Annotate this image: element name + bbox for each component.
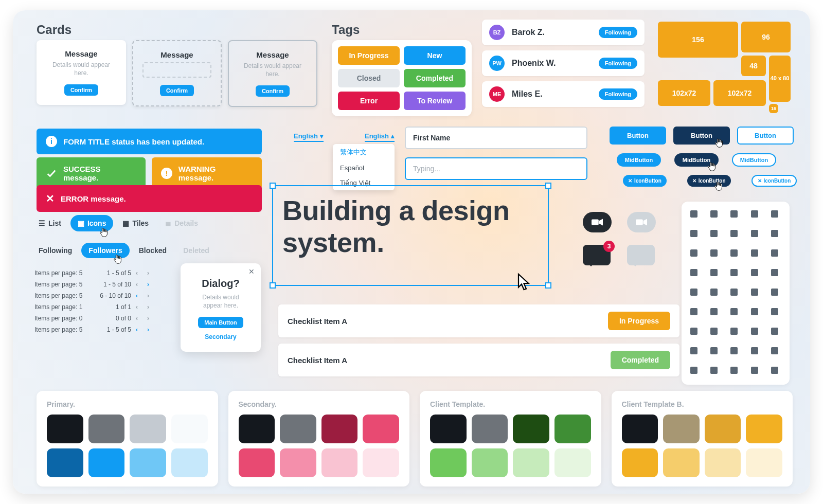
gift-icon[interactable] [709,287,719,297]
copy-icon[interactable] [689,326,699,336]
search-icon[interactable] [729,209,739,219]
midbutton-outline[interactable]: MidButton [732,153,776,167]
pager-next[interactable]: › [142,281,154,288]
target-icon[interactable] [709,267,719,278]
color-swatch[interactable] [88,415,125,443]
following-button[interactable]: Following [599,88,637,100]
iconbutton-navy[interactable]: ✕IconButton [687,175,731,187]
color-swatch[interactable] [554,415,591,443]
resize-handle-ne[interactable] [545,183,551,189]
box-icon[interactable] [689,287,699,297]
following-button[interactable]: Following [599,27,637,38]
walk-icon[interactable] [749,346,760,356]
pager-prev[interactable]: ‹ [131,281,142,288]
color-swatch[interactable] [430,448,467,477]
headline-text[interactable]: Building a design system. [282,194,550,258]
color-swatch[interactable] [321,448,358,477]
lines-icon[interactable] [729,228,739,239]
pager-prev[interactable]: ‹ [131,269,142,277]
pager-next[interactable]: › [142,292,154,299]
expand-icon[interactable] [689,346,699,356]
tag-completed[interactable]: Completed [404,69,466,87]
clipboard-icon[interactable] [689,248,699,258]
pager-next[interactable]: › [142,315,154,322]
button-outline[interactable]: Button [737,127,794,145]
justice-icon[interactable] [770,267,780,278]
language-option[interactable]: Español [333,160,395,175]
color-swatch[interactable] [171,415,208,443]
grid3-icon[interactable] [729,326,739,336]
color-swatch[interactable] [513,448,549,477]
apps-icon[interactable] [749,287,760,297]
shirt-icon[interactable] [770,228,780,239]
iconbutton-primary[interactable]: ✕IconButton [623,175,667,187]
seg-list[interactable]: ☰List [31,215,68,231]
midbutton-navy[interactable]: MidButton [674,153,719,167]
id-icon[interactable] [749,326,760,336]
filter-icon[interactable] [770,365,780,375]
color-swatch[interactable] [280,415,316,443]
people-icon[interactable] [729,267,739,278]
iconbutton-outline[interactable]: ✕IconButton [752,175,797,187]
language-option[interactable]: 繁体中文 [333,144,395,160]
color-swatch[interactable] [47,448,83,477]
color-swatch[interactable] [622,448,658,477]
color-swatch[interactable] [239,448,275,477]
chat-icon-light[interactable] [627,245,655,265]
button-primary[interactable]: Button [610,127,666,145]
color-swatch[interactable] [321,415,358,443]
flow-icon[interactable] [770,326,780,336]
wallet-icon[interactable] [729,287,739,297]
color-swatch[interactable] [746,415,782,443]
share-icon[interactable] [709,209,719,219]
dialog-main-button[interactable]: Main Button [198,317,243,328]
seg-tiles[interactable]: ▦Tiles [115,215,156,231]
color-swatch[interactable] [88,448,125,477]
color-swatch[interactable] [705,448,741,477]
chat-icon-dark[interactable]: 3 [583,245,611,265]
tag-error[interactable]: Error [338,92,400,110]
color-swatch[interactable] [363,448,399,477]
pager-next[interactable]: › [142,303,154,311]
color-swatch[interactable] [513,415,549,443]
color-swatch[interactable] [663,415,700,443]
color-swatch[interactable] [280,448,316,477]
bulb-icon[interactable] [749,228,760,239]
window-icon[interactable] [709,248,719,258]
typing-input[interactable]: Typing... [405,157,587,180]
color-swatch[interactable] [171,448,208,477]
color-swatch[interactable] [47,415,83,443]
color-swatch[interactable] [239,415,275,443]
confirm-button[interactable]: Confirm [160,85,194,96]
following-button[interactable]: Following [599,58,637,69]
pager-prev[interactable]: ‹ [131,326,142,333]
users2-icon[interactable] [729,346,739,356]
color-swatch[interactable] [705,415,741,443]
qr-icon[interactable] [749,209,760,219]
color-swatch[interactable] [663,448,700,477]
button-navy[interactable]: Button [673,127,730,145]
language-select-open[interactable]: English▴ [365,131,395,142]
pager-prev[interactable]: ‹ [131,292,142,299]
color-swatch[interactable] [472,448,508,477]
first-name-input[interactable]: First Name [405,127,587,149]
pager-prev[interactable]: ‹ [131,315,142,322]
balance2-icon[interactable] [770,346,780,356]
basket-icon[interactable] [729,248,739,258]
layers-icon[interactable] [709,307,719,317]
pager-next[interactable]: › [142,269,154,277]
tab-followers[interactable]: Followers [81,243,129,258]
status-tag-completed[interactable]: Completed [611,351,670,369]
bolt-icon[interactable] [709,346,719,356]
barcode-icon[interactable] [770,209,780,219]
color-swatch[interactable] [746,448,782,477]
bookmark-icon[interactable] [770,287,780,297]
calendar-icon[interactable] [709,326,719,336]
tag-in-progress[interactable]: In Progress [338,46,400,65]
tab-following[interactable]: Following [31,243,79,258]
seg-icons[interactable]: ▣Icons [70,215,114,231]
scale-icon[interactable] [770,248,780,258]
briefcase-icon[interactable] [749,307,760,317]
dialog-secondary-link[interactable]: Secondary [192,333,249,340]
resize-handle-sw[interactable] [270,282,276,289]
